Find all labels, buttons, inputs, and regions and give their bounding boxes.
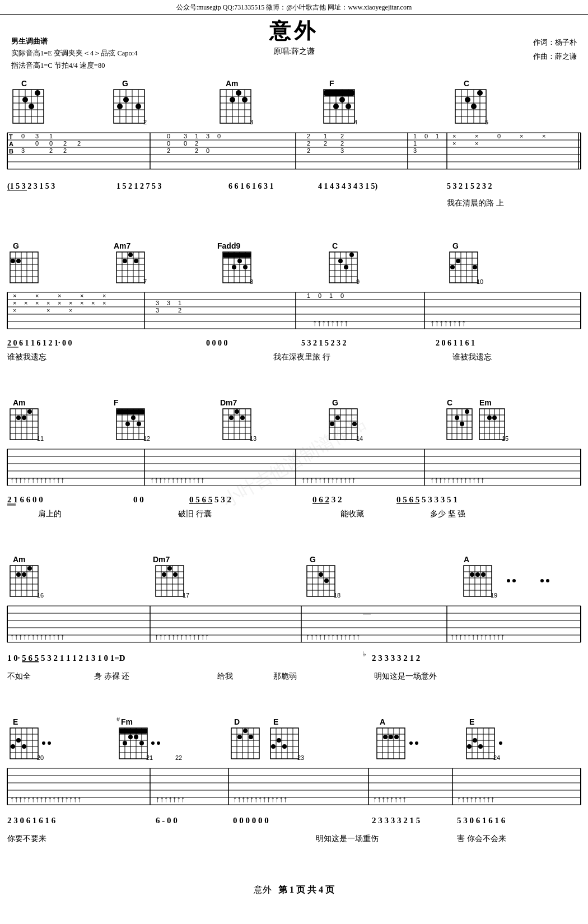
- svg-text:↑↑↑↑↑↑↑: ↑↑↑↑↑↑↑: [156, 794, 185, 804]
- svg-text:14: 14: [356, 435, 363, 442]
- header-bar: 公众号:musegtp QQ:731335515 微博：@小叶歌吉他 网址：ww…: [0, 0, 588, 15]
- svg-text:F: F: [329, 79, 334, 88]
- svg-text:C: C: [447, 398, 452, 407]
- svg-text:D: D: [234, 717, 240, 726]
- svg-text:Am: Am: [13, 555, 26, 564]
- svg-text:3: 3: [184, 133, 187, 139]
- svg-text:2 1 6 6  0 0: 2 1 6 6 0 0: [7, 495, 43, 504]
- svg-point-530: [473, 738, 477, 743]
- svg-point-501: [277, 738, 281, 743]
- svg-rect-274: [116, 409, 144, 414]
- svg-text:2: 2: [63, 140, 67, 147]
- svg-text:2: 2: [340, 140, 344, 147]
- svg-text:G: G: [310, 555, 316, 564]
- svg-rect-321: [479, 409, 505, 440]
- svg-point-276: [125, 422, 130, 426]
- song-title: 意外: [269, 17, 319, 45]
- svg-text:2 3 3 3 3 2 1 2: 2 3 3 3 3 2 1 2: [372, 654, 420, 662]
- svg-text:#: #: [116, 716, 120, 722]
- svg-point-158: [134, 259, 138, 263]
- svg-text:×: ×: [46, 300, 50, 306]
- svg-point-370: [16, 572, 21, 577]
- svg-point-475: [157, 741, 160, 745]
- title-section: 男生调曲谱 实际音高1=E 变调夹夹＜4＞品弦 Capo:4 指法音高1=C 节…: [0, 15, 588, 74]
- svg-text:↑↑↑↑↑↑↑↑↑↑↑↑↑: ↑↑↑↑↑↑↑↑↑↑↑↑↑: [10, 632, 65, 641]
- svg-rect-135: [10, 252, 38, 283]
- svg-text:身  赤裸  还: 身 赤裸 还: [94, 672, 129, 680]
- main-tab-content: C G: [0, 74, 588, 875]
- svg-point-515: [383, 735, 388, 739]
- svg-rect-28: [220, 90, 251, 123]
- svg-text:10: 10: [477, 278, 483, 285]
- svg-text:C: C: [464, 79, 469, 88]
- svg-point-317: [465, 409, 469, 414]
- svg-text:×: ×: [475, 133, 478, 139]
- svg-text:×: ×: [58, 292, 61, 299]
- svg-text:G: G: [13, 241, 19, 250]
- svg-text:19: 19: [491, 592, 497, 599]
- svg-text:C: C: [332, 241, 338, 250]
- svg-text:0: 0: [217, 133, 221, 139]
- svg-point-412: [481, 572, 486, 577]
- svg-point-145: [16, 259, 21, 263]
- svg-rect-51: [324, 90, 354, 96]
- lyricist: 杨子朴: [555, 38, 577, 46]
- svg-point-275: [131, 416, 136, 420]
- svg-text:↑↑↑↑↑↑↑↑↑↑↑↑↑: ↑↑↑↑↑↑↑↑↑↑↑↑↑: [10, 475, 65, 484]
- svg-point-489: [237, 735, 242, 739]
- svg-text:0: 0: [49, 140, 53, 147]
- svg-text:你要不要来: 你要不要来: [7, 834, 46, 843]
- svg-text:谁被我遗忘: 谁被我遗忘: [452, 352, 492, 361]
- svg-text:2: 2: [307, 133, 310, 139]
- svg-text:6 6 1 6 1 6 3 1: 6 6 1 6 1 6 3 1: [228, 182, 274, 190]
- svg-text:×: ×: [102, 292, 106, 299]
- svg-point-261: [16, 416, 21, 420]
- svg-text:×: ×: [475, 140, 478, 147]
- svg-point-517: [394, 735, 399, 739]
- svg-text:24: 24: [493, 754, 500, 761]
- svg-rect-492: [270, 728, 298, 759]
- svg-point-199: [450, 265, 455, 269]
- composer-line: 作曲：薛之谦: [533, 50, 577, 64]
- svg-text:2: 2: [307, 140, 310, 147]
- svg-text:2: 2: [49, 147, 53, 154]
- svg-text:↑↑↑↑↑↑↑↑↑↑↑↑↑: ↑↑↑↑↑↑↑↑↑↑↑↑↑: [301, 475, 356, 484]
- svg-text:↑↑↑↑↑↑↑↑↑↑↑↑↑↑↑↑↑: ↑↑↑↑↑↑↑↑↑↑↑↑↑↑↑↑↑: [10, 794, 82, 804]
- tab-row-3: Am 11 F: [4, 393, 584, 550]
- svg-text:↑↑↑↑↑↑↑↑: ↑↑↑↑↑↑↑↑: [430, 318, 466, 328]
- svg-text:1: 1: [324, 133, 327, 139]
- svg-text:1: 1: [413, 140, 417, 147]
- svg-point-410: [470, 572, 474, 577]
- svg-point-503: [271, 744, 276, 749]
- svg-text:0 0: 0 0: [133, 495, 144, 504]
- svg-text:G: G: [122, 79, 128, 88]
- svg-text:3: 3: [250, 119, 253, 125]
- footer-page: 第 1 页 共 4 页: [278, 885, 334, 894]
- svg-text:0: 0: [424, 133, 428, 139]
- svg-point-397: [319, 572, 323, 577]
- svg-point-172: [232, 265, 236, 269]
- svg-text:2 3 0 6 1 6 1 6: 2 3 0 6 1 6 1 6: [7, 816, 56, 825]
- svg-text:9: 9: [356, 278, 360, 285]
- svg-point-330: [487, 416, 492, 420]
- composer: 薛之谦: [555, 52, 577, 60]
- svg-text:0: 0: [35, 140, 39, 147]
- svg-point-533: [499, 741, 502, 745]
- svg-point-290: [229, 416, 234, 420]
- svg-text:×: ×: [91, 300, 95, 306]
- svg-text:2: 2: [63, 147, 67, 154]
- svg-text:2 0 6 1 1 6 1: 2 0 6 1 1 6 1: [436, 339, 475, 347]
- svg-point-37: [236, 90, 241, 96]
- svg-point-415: [512, 579, 516, 582]
- footer-song: 意外: [254, 885, 272, 894]
- svg-text:0 5 6 5  5  3 3  3 5  1: 0 5 6 5 5 3 3 3 5 1: [396, 495, 458, 504]
- svg-text:0: 0: [167, 140, 170, 147]
- lyricist-line: 作词：杨子朴: [533, 36, 577, 50]
- svg-text:Fadd9: Fadd9: [217, 241, 240, 250]
- tab-row-5: E 20 # Fm: [4, 712, 584, 875]
- svg-text:1: 1: [436, 133, 439, 139]
- svg-rect-176: [329, 252, 357, 283]
- svg-point-369: [27, 566, 32, 571]
- svg-point-144: [11, 259, 15, 263]
- page-wrapper: 公众号:musegtp QQ:731335515 微博：@小叶歌吉他 网址：ww…: [0, 0, 588, 924]
